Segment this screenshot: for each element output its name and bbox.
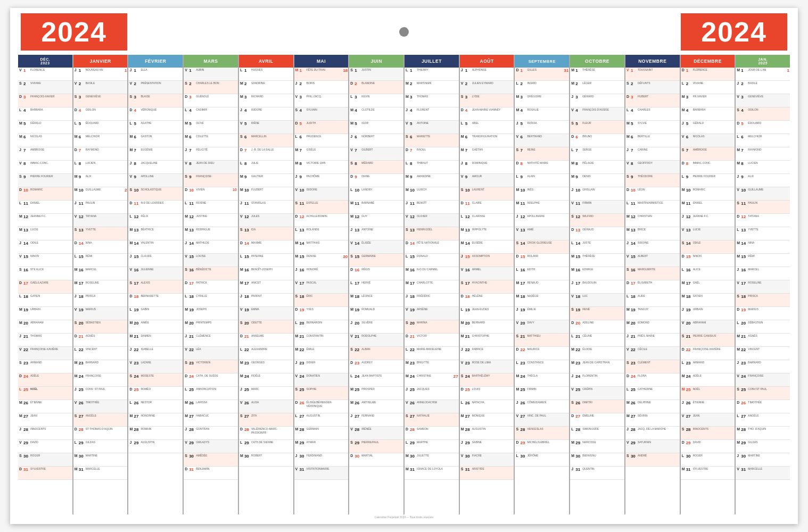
day-row: J9ALIX (736, 174, 790, 187)
month-nov: NOVEMBRE V1TOUSSAINT S2DÉFUNTS D3HUBERT … (625, 55, 681, 514)
day-row: M26ANTHELME (349, 400, 403, 413)
day-row: D21VICTOR (405, 334, 459, 347)
day-row: J31QUENTIN (570, 467, 624, 480)
day-row: S14ODILE (681, 240, 735, 254)
month-head-oct: OCTOBRE (570, 55, 624, 68)
day-row: V29GWLADYS (184, 440, 238, 453)
day-row: M5OLIVE (184, 121, 238, 134)
day-row: D12ACHILLE/DOMIN. (294, 214, 349, 227)
day-row: S20MARINA (405, 320, 459, 334)
day-row: M15DENISE20 (294, 254, 349, 267)
day-row: V11FIRMIN (570, 201, 624, 214)
day-row: D29MICHEL/GABRIEL (515, 440, 569, 453)
day-row: D17PATRICK (184, 280, 238, 294)
day-row: V28IRÉNÉE (349, 427, 403, 440)
day-row: V1AUBIN (184, 68, 238, 81)
day-row: V22LÉA (184, 347, 238, 360)
day-row: S25SOPHIE (294, 387, 349, 400)
day-row: L16ALICE (681, 267, 735, 280)
day-row: D22MAURICE (515, 347, 569, 360)
day-row: L27AUGUSTIN (294, 413, 349, 427)
day-row: M14EUSÈBE (460, 240, 514, 254)
day-row: M11DANIEL (681, 201, 735, 214)
day-row: M25NOËL (681, 387, 735, 400)
day-row: V1TOUSSAINT (625, 68, 680, 81)
day-row: S4ODILON (736, 107, 790, 121)
day-row: M25FIRMIN (515, 387, 569, 400)
day-row: L22ALEXANDRE (239, 347, 293, 360)
day-row: J8JACQUELINE (128, 161, 183, 174)
day-row: L24JEAN BAPTISTE (349, 373, 403, 387)
day-row: J11BENOÎT (405, 201, 459, 214)
day-row: J15CLAUDE (128, 254, 183, 267)
day-row: M14VALENTIN (128, 240, 183, 254)
day-row: M21AGNÈS (736, 334, 790, 347)
day-row: J26ÉTIENNE (681, 400, 735, 413)
month-head-jan2025: JAN.2025 (736, 55, 790, 68)
day-row: S13IDA (239, 227, 293, 240)
day-row: M24ADÈLE (681, 373, 735, 387)
day-row: M28ROMAIN (128, 427, 183, 440)
day-row: M16N-D DU CARMEL (405, 267, 459, 280)
day-row: S24BARTHÉLÉMY (460, 373, 514, 387)
day-row: D28VALÉRIENCO-MARC-PASSIONFR (239, 427, 293, 440)
day-row: J25CONV. ST PAUL (73, 387, 128, 400)
month-feb: FÉVRIER J1ELLA V2PRÉSENTATION S3BLAISE D… (128, 55, 184, 514)
day-row: V5IRÈNE (239, 121, 293, 134)
day-row: M23BARNARD (73, 360, 128, 373)
day-row: D1GILLES31 (515, 68, 569, 81)
day-row: L1HUGUES (239, 68, 293, 81)
day-row: M3GRÉGOIRE (515, 94, 569, 107)
day-row: M24FRANÇOISE (73, 373, 128, 387)
day-row: M30JULIETTE (405, 453, 459, 467)
day-row: V15LOUISE (184, 254, 238, 267)
day-row: D18HÉLÈNE (460, 294, 514, 307)
day-row: M4BARBARA (681, 107, 735, 121)
day-row: S13HENRI/JOËL (405, 227, 459, 240)
month-head-apr: AVRIL (239, 55, 293, 68)
day-row: D12TATIANA (736, 214, 790, 227)
day-row: S21PIERRE CANISIUS (681, 334, 735, 347)
day-row: S2DÉFUNTS (625, 81, 680, 94)
day-row: J15ASSOMPTION (460, 254, 514, 267)
day-row: S23CLÉMENT (625, 360, 680, 373)
day-row: L25NOËL (18, 387, 72, 400)
day-row: M30BIENVENU (570, 453, 624, 467)
day-row: S18PRISCA (736, 294, 790, 307)
day-row: M7EUGÉNIE (128, 147, 183, 161)
day-row: S29PIERRE/PAUL (349, 440, 403, 453)
day-row: D24CATH. DE SUÈDE (184, 373, 238, 387)
day-row: J21THOMAS (18, 334, 72, 347)
day-row: D9DIANE (349, 174, 403, 187)
day-row: M15RÉMI (736, 254, 790, 267)
day-row: J22ISABELLE (128, 347, 183, 360)
day-row: V20DAVY (515, 320, 569, 334)
day-row: J29SABINE (460, 440, 514, 453)
day-row: J18FRÉDÉRIC (405, 294, 459, 307)
month-head-sep: SEPTEMBRE (515, 55, 569, 68)
day-row: S28VENCESLAS (515, 427, 569, 440)
day-row: D18BERNADETTE (128, 294, 183, 307)
day-row: M11ADELPHE (515, 201, 569, 214)
header-center (127, 27, 681, 37)
day-row: M7RAYMOND (736, 147, 790, 161)
day-row: V6BERTRAND (515, 134, 569, 147)
day-row: V21RODOLPHE (349, 334, 403, 347)
day-row: M2SANDRINE (239, 81, 293, 94)
day-row: M27MONIQUE (460, 413, 514, 427)
month-jan: JANVIER J1NOUVEAU AN1 V2BASILE S3GENEVIÈ… (73, 55, 129, 514)
day-row: D3FRANÇOIS-XAVIER (18, 94, 72, 107)
day-row: M10ROMARIC (681, 187, 735, 201)
day-row: L28SIMON/JUDE (570, 427, 624, 440)
day-row: V22FRANÇOISE-XAVIÈRE (18, 347, 72, 360)
day-row: M26ÉTIENNE (18, 400, 72, 413)
day-row: D14FÊTE NATIONALE (405, 240, 459, 254)
month-sep: SEPTEMBRE D1GILLES31 L2INGRID M3GRÉGOIRE… (515, 55, 570, 514)
day-row: S7REINE (515, 147, 569, 161)
day-row: V7GILBERT (349, 147, 403, 161)
day-row: M3FR.XAVIER (681, 94, 735, 107)
day-row: S1JUSTIN (349, 68, 403, 81)
day-row: J16HONORÉ (294, 267, 349, 280)
day-row: D7J.-B. DE LA SALLE (239, 147, 293, 161)
day-row: M5SYLVIE (625, 121, 680, 134)
